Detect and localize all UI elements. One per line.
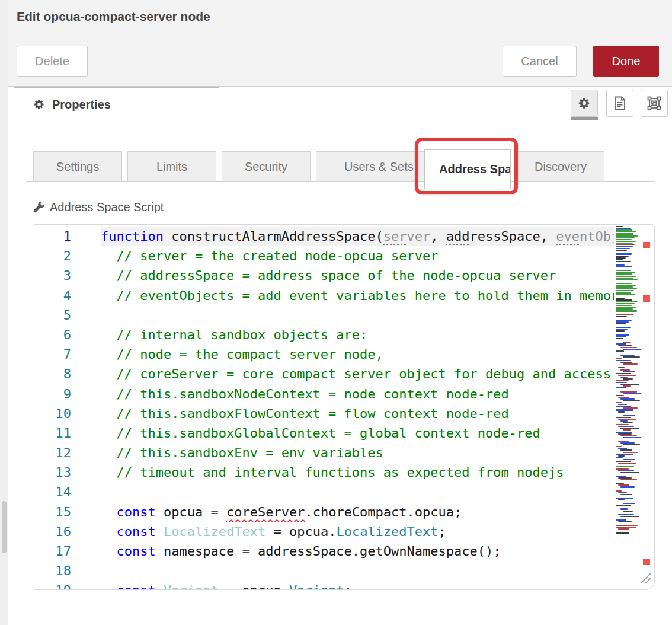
code-line[interactable]: 11 // this.sandboxGlobalContext = global… [34,423,614,443]
code-line[interactable]: 5 [34,305,614,325]
code-token [156,524,164,539]
tab-users-sets[interactable]: Users & Sets [316,151,424,182]
wrench-icon [33,201,45,213]
code-token: // this.sandboxNodeContext = node contex… [101,387,509,401]
code-line[interactable]: 12 // this.sandboxEnv = env variables [34,443,614,463]
tab-properties[interactable]: Properties [14,87,219,121]
editor-overview-ruler[interactable] [642,225,654,589]
code-line[interactable]: 3 // addressSpace = address space of the… [34,266,614,285]
code-token: ; [439,524,446,539]
minimap-error-marker[interactable] [643,295,650,302]
line-number: 10 [34,404,101,423]
code-line[interactable]: 13 // timeout and interval functions as … [34,463,614,482]
node-description-button[interactable] [606,90,633,117]
code-line[interactable]: 1function constructAlarmAddressSpace(ser… [34,227,614,246]
editor-minimap[interactable] [616,226,641,589]
code-line[interactable]: 7 // node = the compact server node, [34,345,614,364]
code-line[interactable]: 2 // server = the created node-opcua ser… [34,246,614,266]
code-text: // addressSpace = address space of the n… [101,266,614,285]
done-button[interactable]: Done [593,46,659,77]
code-token: const [117,505,156,519]
code-text: // eventObjects = add event variables he… [101,286,614,305]
line-number: 9 [34,384,101,404]
code-token: ser [383,229,407,244]
tab-limits[interactable]: Limits [127,151,216,182]
code-text: // this.sandboxNodeContext = node contex… [101,384,614,404]
code-line[interactable]: 17 const namespace = addressSpace.getOwn… [34,541,614,561]
code-token: = opcua. [265,524,336,539]
line-number: 7 [34,345,101,364]
code-token: const [117,524,156,539]
code-text: // server = the created node-opcua serve… [101,246,614,266]
node-properties-button[interactable] [571,90,598,117]
code-text: // timeout and interval functions as exp… [101,463,614,482]
code-line[interactable]: 14 [34,482,614,502]
line-number: 5 [34,305,101,325]
line-number: 14 [34,482,101,502]
code-line[interactable]: 10 // this.sandboxFlowContext = flow con… [34,404,614,423]
dialog-title: Edit opcua-compact-server node [17,9,210,24]
delete-button[interactable]: Delete [17,46,88,77]
code-line[interactable]: 18 [34,561,614,581]
tab-address-space[interactable]: Address Space [424,149,511,189]
code-line[interactable]: 6 // internal sandbox objects are: [34,325,614,345]
frame-selection-icon [647,96,661,110]
line-number: 12 [34,443,101,463]
code-line[interactable]: 16 const LocalizedText = opcua.Localized… [34,522,614,541]
code-token: // addressSpace = address space of the n… [101,268,556,283]
tab-discovery[interactable]: Discovery [517,151,604,182]
line-number: 11 [34,423,101,443]
code-line[interactable]: 19 const Variant = opcua.Variant; [34,581,614,590]
node-appearance-button[interactable] [641,90,668,117]
line-number: 13 [34,463,101,482]
address-space-script-label: Address Space Script [33,200,164,214]
vertical-scrollbar-thumb[interactable] [2,501,7,553]
code-token [101,505,117,519]
code-token [101,544,117,559]
code-token: Variant [164,583,219,590]
line-number: 16 [34,522,101,541]
code-token: // eventObjects = add event variables he… [101,288,614,303]
code-text: const namespace = addressSpace.getOwnNam… [101,541,614,561]
code-token: namespace = addressSpace.getOwnNamespace… [156,544,501,559]
cancel-button[interactable]: Cancel [503,46,577,77]
code-text: // node = the compact server node, [101,345,614,364]
code-token [156,583,164,590]
code-token: // this.sandboxFlowContext = flow contex… [101,406,509,421]
line-number: 3 [34,266,101,285]
code-token: = opcua. [219,583,289,590]
code-line[interactable]: 9 // this.sandboxNodeContext = node cont… [34,384,614,404]
tab-settings[interactable]: Settings [33,151,122,182]
code-line[interactable]: 8 // coreServer = core compact server ob… [34,364,614,384]
code-token: function [101,229,164,244]
line-number: 19 [34,581,101,590]
code-text: const Variant = opcua.Variant; [101,581,614,590]
code-text: const opcua = coreServer.choreCompact.op… [101,502,614,522]
code-token: // server = the created node-opcua serve… [101,248,439,263]
gear-icon [578,97,591,110]
minimap-error-marker[interactable] [643,242,650,248]
code-token: ntObjects) { [580,229,614,244]
edit-node-dialog: Edit opcua-compact-server node Delete Ca… [0,0,672,625]
code-token: // this.sandboxGlobalContext = global co… [101,426,540,441]
code-line[interactable]: 4 // eventObjects = add event variables … [34,286,614,305]
code-token: , [430,229,446,244]
code-token: // coreServer = core compact server obje… [101,366,614,381]
code-token: // internal sandbox objects are: [101,327,367,342]
code-line[interactable]: 15 const opcua = coreServer.choreCompact… [34,502,614,522]
code-editor[interactable]: 1function constructAlarmAddressSpace(ser… [33,224,655,590]
tab-security[interactable]: Security [222,151,311,182]
code-token: ver [407,229,431,244]
line-number: 1 [34,227,101,246]
code-text: // this.sandboxGlobalContext = global co… [101,423,614,443]
code-token: LocalizedText [164,524,265,539]
code-lines[interactable]: 1function constructAlarmAddressSpace(ser… [34,227,614,590]
code-token: .choreCompact.opcua; [305,505,462,519]
minimap-error-marker[interactable] [643,559,650,565]
tab-properties-label: Properties [52,98,111,111]
code-token: add [446,229,470,244]
code-token: eve [556,229,580,244]
minimap-line [616,532,641,534]
dialog-title-bar: Edit opcua-compact-server node [8,0,672,36]
line-number: 4 [34,286,101,305]
